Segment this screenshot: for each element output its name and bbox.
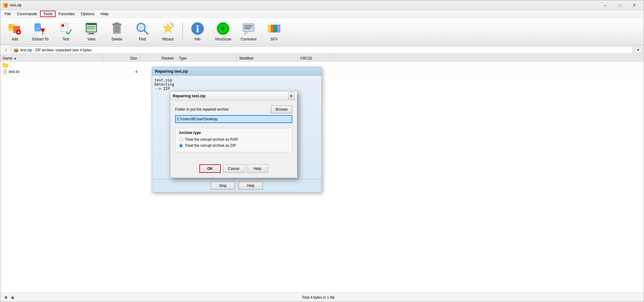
address-input[interactable]: 📦 test.zip - ZIP archive, unpacked size … [11,46,633,54]
maximize-button[interactable]: □ [613,1,627,9]
folder-icon [3,63,8,67]
svg-rect-63 [244,25,253,26]
toolbar-view-button[interactable]: View [79,19,103,43]
svg-rect-6 [5,5,7,5]
svg-marker-19 [40,29,45,33]
toolbar-wizard-button[interactable]: Wizard [156,19,180,43]
toolbar-info-button[interactable]: Info [185,19,210,43]
archive-type-zip-option[interactable]: Treat the corrupt archive as ZIP [179,143,288,148]
file-size-cell: 4 [103,70,140,74]
repair-bg-footer: Stop Help [152,179,321,192]
repair-folder-input[interactable] [175,115,292,123]
column-name[interactable]: Name ▲ [0,55,103,61]
toolbar-sfx-button[interactable]: SFX [262,19,286,43]
menu-help[interactable]: Help [97,11,112,17]
file-list-body: .. test.txt [0,62,644,293]
column-modified[interactable]: Modified [237,55,298,61]
svg-rect-35 [89,33,94,34]
minimize-button[interactable]: – [598,1,612,9]
close-button[interactable]: ✕ [627,1,641,9]
toolbar-find-button[interactable]: Find [130,19,154,43]
toolbar-delete-label: Delete [112,37,122,41]
navigate-up-button[interactable]: ↑ [2,46,10,54]
file-icon [3,69,8,74]
archive-type-rar-radio[interactable] [179,138,183,142]
svg-rect-4 [3,5,5,5]
menu-commands[interactable]: Commands [14,11,40,17]
repair-dialog-body: Folder to put the repaired archive Brows… [170,101,297,162]
toolbar-comment-button[interactable]: Comment [236,19,261,43]
svg-rect-36 [88,34,95,34]
svg-rect-65 [244,28,250,29]
file-name-cell: test.txt [0,69,103,74]
repair-bg-stop-button[interactable]: Stop [211,182,235,190]
toolbar: Add Extract To [0,18,644,45]
svg-rect-75 [4,72,6,72]
menu-file[interactable]: File [2,11,14,17]
archive-type-zip-radio[interactable] [179,144,183,148]
archive-type-rar-option[interactable]: Treat the corrupt archive as RAR [179,137,288,142]
add-icon [8,21,22,36]
repair-dialog-titlebar: Repairing test.zip ✕ [170,91,297,101]
menu-tools[interactable]: Tools [40,11,55,17]
repair-help-button[interactable]: Help [247,164,268,173]
svg-rect-10 [9,26,13,27]
svg-rect-32 [87,26,96,27]
repair-dialog: Repairing test.zip ✕ Folder to put the r… [170,91,297,178]
menu-favorites[interactable]: Favorites [56,11,78,17]
svg-rect-62 [243,24,254,32]
table-row[interactable]: .. [0,62,644,68]
svg-marker-66 [244,32,247,35]
monitor-icon: 🖥 [4,295,8,300]
svg-rect-23 [65,25,67,25]
toolbar-virusscan-button[interactable]: VirusScan [211,19,235,43]
status-icons: 🖥 🔌 [4,295,15,300]
column-crc32[interactable]: CRC32 [298,55,334,61]
title-bar: test.zip – □ ✕ [0,0,644,10]
repair-dialog-title: Repairing test.zip [173,94,288,98]
repair-cancel-button[interactable]: Cancel [223,164,244,173]
svg-rect-16 [36,24,40,25]
menu-options[interactable]: Options [78,11,97,17]
svg-rect-68 [271,25,274,32]
toolbar-view-label: View [87,37,95,41]
svg-rect-64 [244,27,252,28]
repair-browse-button[interactable]: Browse [271,105,292,113]
toolbar-test-button[interactable]: Test [54,19,78,43]
svg-line-46 [144,30,148,34]
svg-rect-17 [36,26,40,26]
repair-bg-title: Repairing test.zip [152,67,321,76]
toolbar-wizard-label: Wizard [162,37,173,41]
address-bar: ↑ 📦 test.zip - ZIP archive, unpacked siz… [0,45,644,55]
toolbar-info-label: Info [195,37,201,41]
svg-rect-20 [42,33,43,35]
svg-rect-25 [62,27,67,28]
address-dropdown[interactable]: ▼ [634,46,642,54]
svg-rect-74 [4,71,6,72]
column-size[interactable]: Size [103,55,140,61]
app-icon [3,2,8,8]
status-bar: 🖥 🔌 Total 4 bytes in 1 file [0,293,644,302]
sfx-icon [267,21,281,36]
svg-rect-67 [268,25,271,32]
column-packed[interactable]: Packed [140,55,176,61]
test-icon [59,21,73,36]
repair-bg-help-button[interactable]: Help [239,182,263,190]
repair-bg-line2: Detecting [154,82,319,87]
comment-icon [241,21,256,36]
view-icon [84,21,99,36]
repair-bg-line3: --> ZIP [154,87,319,91]
svg-rect-24 [65,26,66,26]
svg-rect-42 [116,26,117,32]
repair-ok-button[interactable]: OK [199,164,221,173]
svg-rect-37 [113,24,121,25]
wizard-icon [161,21,175,36]
repair-dialog-close-button[interactable]: ✕ [288,93,295,99]
toolbar-delete-button[interactable]: Delete [105,19,129,43]
svg-point-52 [197,25,198,27]
table-row[interactable]: test.txt 4 [0,68,644,75]
toolbar-extract-button[interactable]: Extract To [28,19,53,43]
extract-icon [33,21,48,36]
toolbar-add-button[interactable]: Add [3,19,27,43]
column-type[interactable]: Type [176,55,237,61]
